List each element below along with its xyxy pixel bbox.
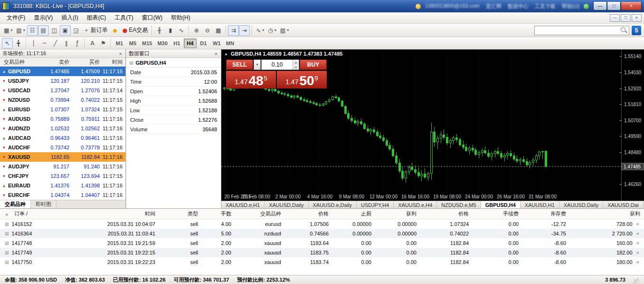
menu-charts[interactable]: 图表(C) (83, 12, 111, 24)
notification-icon[interactable] (416, 4, 421, 9)
chart-minimize-button[interactable]: — (610, 14, 620, 22)
menu-help[interactable]: 帮助(H) (167, 12, 195, 24)
terminal-column-6[interactable]: 止损 (332, 210, 375, 217)
search-icon[interactable] (620, 27, 627, 34)
market-watch-row-usdcad[interactable]: ▼USDCAD1.270471.2707611:17:14 (0, 86, 125, 95)
market-watch-column-3[interactable]: 时间 (103, 59, 125, 66)
data-window-toggle[interactable]: ▤ (38, 25, 49, 36)
market-watch-column-2[interactable]: 买价 (72, 59, 103, 66)
market-watch-row-euraud[interactable]: ▲EURAUD1.413761.4139811:17:16 (0, 181, 125, 190)
lot-size-field[interactable]: ▴ ▾ (261, 59, 299, 70)
buy-price-display[interactable]: 1.47509 (277, 71, 327, 88)
restore-button[interactable]: □ (607, 2, 621, 10)
terminal-column-4[interactable]: 交易品种 (235, 210, 285, 217)
market-watch-column-1[interactable]: 卖价 (42, 59, 72, 66)
menu-window[interactable]: 窗口(W) (138, 12, 167, 24)
buy-button[interactable]: BUY (300, 59, 327, 70)
channel-tool[interactable]: ∥ (61, 38, 72, 49)
close-position-icon[interactable]: × (636, 259, 639, 265)
market-watch-row-eurchf[interactable]: ▼EURCHF1.043741.0440711:17:16 (0, 190, 125, 200)
chart-panel[interactable]: 20 Feb 201525 Feb 08:002 Mar 00:004 Mar … (221, 49, 644, 201)
terminal-column-0[interactable]: 订单 / (0, 210, 57, 217)
terminal-close-icon[interactable]: × (5, 212, 8, 217)
period-h4[interactable]: H4 (184, 39, 197, 48)
chart-candles-button[interactable]: ▮ (165, 25, 176, 36)
terminal-column-9[interactable]: 手续费 (473, 210, 522, 217)
navigator-toggle[interactable]: ◫ (49, 25, 60, 36)
ea-trading-button[interactable]: ●EA交易 (121, 25, 150, 36)
market-watch-row-usdjpy[interactable]: ▼USDJPY120.187120.21011:17:15 (0, 76, 125, 86)
terminal-column-2[interactable]: 类型 (159, 210, 202, 217)
templates-button[interactable]: ▨▾ (278, 25, 291, 36)
lot-size-input[interactable] (262, 60, 293, 69)
period-m15[interactable]: M15 (140, 39, 154, 48)
new-chart-button[interactable]: ▦▾ (2, 25, 14, 36)
search-input[interactable] (535, 26, 620, 35)
profiles-button[interactable]: ▧▾ (14, 25, 27, 36)
zoom-in-button[interactable]: ⊕ (191, 25, 202, 36)
market-watch-row-audchf[interactable]: ▼AUDCHF0.737420.7377811:17:16 (0, 143, 125, 152)
market-watch-row-nzdusd[interactable]: ▼NZDUSD0.739940.7402211:17:15 (0, 95, 125, 105)
period-m5[interactable]: M5 (126, 39, 139, 48)
terminal-column-10[interactable]: 库存费 (522, 210, 570, 217)
metaeditor-button[interactable]: ◆ (110, 25, 121, 36)
trendline-tool[interactable]: ╱ (50, 38, 61, 49)
period-m30[interactable]: M30 (155, 39, 170, 48)
terminal-column-5[interactable]: 价格 (285, 210, 332, 217)
terminal-column-3[interactable]: 手数 (202, 210, 235, 217)
chart-tab-6[interactable]: GBPUSD,H4 (481, 201, 521, 208)
market-watch-row-chfjpy[interactable]: ▼CHFJPY123.657123.69411:17:15 (0, 171, 125, 181)
auto-scroll-button[interactable]: ⇉ (228, 25, 239, 36)
chart-tab-2[interactable]: XAUUSD.e,Daily (309, 201, 357, 208)
cursor-tool[interactable]: ↖ (2, 38, 13, 49)
market-watch-row-eurusd[interactable]: ▲EURUSD1.073071.0732411:17:15 (0, 105, 125, 114)
indicators-button[interactable]: ∿▾ (254, 25, 266, 36)
terminal-row-1417749[interactable]: ▤14177492015.03.31 19:22:15sell2.00xauus… (0, 248, 644, 257)
minimize-button[interactable]: — (593, 2, 607, 10)
chart-tab-3[interactable]: USDJPY,H4 (357, 201, 394, 208)
market-watch-row-xauusd[interactable]: ▼XAUUSD1182.651182.8411:17:16 (0, 152, 125, 162)
market-watch-row-audcad[interactable]: ▲AUDCAD0.964330.9646111:17:16 (0, 133, 125, 143)
period-m1[interactable]: M1 (113, 39, 126, 48)
lot-increase-button[interactable]: ▴ (293, 60, 299, 65)
menu-insert[interactable]: 插入(I) (57, 12, 82, 24)
chart-shift-button[interactable]: ⇥ (239, 25, 250, 36)
horizontal-line-tool[interactable]: ─ (39, 38, 50, 49)
new-order-button[interactable]: ＋新订单 (82, 25, 110, 36)
terminal-column-1[interactable]: 时间 (57, 210, 159, 217)
close-position-icon[interactable]: × (636, 240, 639, 246)
chart-tab-9[interactable]: XAUUSD,Dai (603, 201, 643, 208)
search-box[interactable] (534, 26, 629, 35)
period-mn[interactable]: MN (224, 39, 237, 48)
market-watch-row-audjpy[interactable]: ▼AUDJPY91.21791.24011:17:16 (0, 162, 125, 171)
market-watch-row-audusd[interactable]: ▼AUDUSD0.758890.7591111:17:16 (0, 114, 125, 124)
strategy-tester-toggle[interactable]: ◲ (71, 25, 82, 36)
chart-close-button[interactable]: × (632, 14, 642, 22)
zoom-out-button[interactable]: ⊖ (202, 25, 213, 36)
chart-tab-8[interactable]: XAUUSD,Daily (559, 201, 603, 208)
terminal-column-7[interactable]: 获利 (375, 210, 420, 217)
close-position-icon[interactable]: × (636, 250, 639, 255)
period-d1[interactable]: D1 (197, 39, 210, 48)
close-button[interactable]: × (621, 2, 642, 10)
titlebar-blurred-links[interactable]: 1380013800@163.com亚汇网数据中心工具下载帮助(U) (425, 3, 579, 10)
market-watch-tab-1[interactable]: 即时图 (31, 200, 57, 208)
close-position-icon[interactable]: × (636, 231, 639, 236)
terminal-toggle[interactable]: ▣ (60, 25, 71, 36)
resize-grip[interactable] (634, 278, 639, 284)
text-tool[interactable]: A (87, 38, 98, 49)
sell-price-display[interactable]: 1.47485 (226, 71, 276, 88)
market-watch-close-icon[interactable]: × (118, 51, 123, 57)
terminal-row-1417750[interactable]: ▤14177502015.03.31 19:22:23sell2.00xauus… (0, 257, 644, 267)
chart-tab-0[interactable]: XAUUSD.e,H1 (221, 201, 265, 208)
menu-view[interactable]: 显示(V) (29, 12, 57, 24)
menu-tools[interactable]: 工具(T) (110, 12, 137, 24)
chart-bars-button[interactable]: ╫ (154, 25, 165, 36)
chart-tab-1[interactable]: XAUUSD,Daily (265, 201, 308, 208)
period-w1[interactable]: W1 (210, 39, 223, 48)
fibonacci-tool[interactable]: ƒ (72, 38, 83, 49)
market-watch-row-audnzd[interactable]: ▼AUDNZD1.025321.0256211:17:16 (0, 124, 125, 133)
market-watch-tab-0[interactable]: 交易品种 (0, 200, 31, 208)
menu-file[interactable]: 文件(F) (2, 12, 29, 24)
chart-tab-5[interactable]: NZDUSD.e,M5 (437, 201, 481, 208)
